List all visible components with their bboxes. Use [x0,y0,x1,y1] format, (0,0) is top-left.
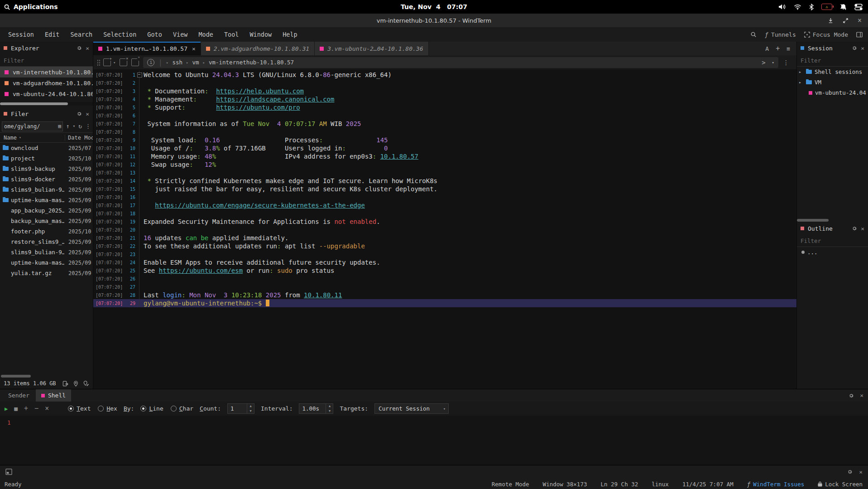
layout-panel-icon[interactable] [856,32,863,38]
explorer-session-item[interactable]: vm-ubuntu-24.04-10.1.80. [0,88,93,99]
file-row[interactable]: footer.php2025/10 [0,226,93,237]
sender-tab-shell[interactable]: Shell [36,389,71,402]
terminal-output[interactable]: [07:07:20]1Welcome to Ubuntu 24.04.3 LTS… [93,69,796,389]
path-dropdown-icon[interactable]: ▾ [73,124,75,128]
restore-window-icon[interactable] [843,18,849,24]
count-up-icon[interactable]: ▲ [247,404,254,409]
terminal-link[interactable]: https://landscape.canonical.com [216,96,334,103]
interval-up-icon[interactable]: ▲ [326,404,333,409]
new-tab-plus-icon[interactable]: + [776,44,780,53]
session-settings-gear-icon[interactable] [852,45,857,51]
explorer-hscrollbar-thumb[interactable] [0,102,68,105]
filer-close-icon[interactable]: × [86,111,89,117]
new-terminal-dropdown-icon[interactable]: ▾ [113,60,115,65]
menu-item-mode[interactable]: Mode [193,27,219,42]
count-stepper[interactable]: 1 ▲▼ [227,403,254,414]
filer-path-input[interactable] [2,123,58,130]
breadcrumb-item[interactable]: vm [192,59,199,66]
session-close-icon[interactable]: × [861,45,864,51]
status-settings-gear-icon[interactable] [847,469,853,474]
close-window-icon[interactable]: × [858,17,862,24]
session-hscrollbar-thumb[interactable] [797,219,829,222]
drag-handle-icon[interactable] [97,59,100,66]
font-size-button[interactable]: A [765,45,769,52]
name-column-header[interactable]: Name ▾ [0,135,65,141]
session-tree-folder[interactable]: ▸Shell sessions [797,67,868,77]
outline-item[interactable]: ... [797,247,868,257]
radio-hex[interactable]: Hex [98,405,117,412]
tab-list-icon[interactable]: ≡ [786,45,790,52]
folder-up-icon[interactable]: ↑ [66,123,70,129]
terminal-window-icon[interactable] [5,469,12,475]
stop-icon[interactable]: ■ [14,406,18,412]
count-down-icon[interactable]: ▼ [247,409,254,414]
status-item-windterm-issues[interactable]: ƒWindTerm Issues [747,481,804,488]
file-row[interactable]: owncloud2025/07 [0,143,93,153]
clock[interactable]: Tue, Nov 4 07:07 [0,3,868,10]
terminal-link[interactable]: https://ubuntu.com/pro [216,104,300,111]
file-row[interactable]: slims9_bulian-9…2025/09 [0,247,93,257]
send-play-icon[interactable]: ▶ [5,406,8,412]
session-info-icon[interactable]: i [147,59,154,66]
edit-pin-icon[interactable] [83,381,89,387]
menu-item-search[interactable]: Search [65,27,98,42]
file-row[interactable]: project2025/10 [0,153,93,164]
radio-line[interactable]: Line [140,405,163,412]
volume-icon[interactable] [778,4,786,10]
status-item-lock-screen[interactable]: Lock Screen [818,481,863,488]
reopen-terminal-icon[interactable]: ° [131,58,139,66]
filer-more-icon[interactable]: ⋮ [85,123,91,129]
wifi-icon[interactable] [794,4,801,10]
status-item-linux[interactable]: linux [652,481,669,488]
minimize-icon[interactable] [828,18,834,24]
sender-settings-gear-icon[interactable] [849,393,854,398]
outline-close-icon[interactable]: × [861,226,864,232]
radio-text[interactable]: Text [68,405,91,412]
reveal-file-icon[interactable] [62,381,68,387]
explorer-close-icon[interactable]: × [86,45,89,51]
menu-item-view[interactable]: View [168,27,193,42]
path-grid-icon[interactable]: ▦ [58,123,62,129]
terminal-tab[interactable]: 1.vm-intern…-10.1.80.57× [93,42,201,55]
status-item-window-38-173[interactable]: Window 38×173 [543,481,587,488]
explorer-session-item[interactable]: vm-adguardhome-10.1.80.3 [0,77,93,88]
refresh-icon[interactable]: ↻ [78,123,82,129]
toolbar-more-icon[interactable]: ⋮ [778,59,794,66]
close-terminal-icon[interactable]: × [120,58,127,66]
file-row[interactable]: slims9-backup2025/09 [0,164,93,174]
menu-item-goto[interactable]: Goto [142,27,168,42]
tunnels-button[interactable]: ƒ Tunnels [765,31,796,38]
tab-close-icon[interactable]: × [192,45,196,52]
terminal-tab[interactable]: 3.vm-ubuntu-2…04-10.1.80.36 [315,42,428,55]
filer-settings-gear-icon[interactable] [77,111,82,116]
menu-item-session[interactable]: Session [3,27,39,42]
file-row[interactable]: yulia.tar.gz2025/09 [0,268,93,278]
battery-warning-icon[interactable]: ⚠ [821,4,832,10]
clear-icon[interactable]: × [45,405,49,412]
remove-icon[interactable]: − [34,405,38,412]
new-terminal-icon[interactable]: + [103,58,111,66]
chevron-right-icon[interactable]: > [762,59,765,66]
file-row[interactable]: app_backup_2025…2025/09 [0,205,93,216]
terminal-link[interactable]: 10.1.80.57 [380,153,418,160]
bluetooth-icon[interactable] [809,4,814,10]
explorer-session-item[interactable]: vm-internethub-10.1.80.5 [0,67,93,77]
explorer-filter-input[interactable] [0,57,93,64]
outline-settings-gear-icon[interactable] [852,226,857,231]
date-column-header[interactable]: Date Moc [65,135,93,141]
breadcrumb-item[interactable]: ssh [172,59,182,66]
targets-dropdown[interactable]: Current Session ▾ [374,403,449,414]
file-row[interactable]: slims9_bulian-9…2025/09 [0,184,93,195]
interval-stepper[interactable]: 1.00s ▲▼ [299,403,333,414]
terminal-link[interactable]: https://help.ubuntu.com [216,87,304,95]
status-item-remote-mode[interactable]: Remote Mode [492,481,529,488]
sender-panel-title[interactable]: Sender [0,392,36,399]
sender-editor[interactable]: 1 [0,416,868,465]
chevron-down-icon[interactable]: ▾ [772,60,774,65]
session-tree-folder[interactable]: ▸VM [797,77,868,87]
radio-char[interactable]: Char [171,405,193,412]
explorer-settings-gear-icon[interactable] [77,45,82,51]
filer-hscrollbar-thumb[interactable] [1,375,31,378]
menu-item-help[interactable]: Help [277,27,303,42]
add-icon[interactable]: + [24,405,28,412]
